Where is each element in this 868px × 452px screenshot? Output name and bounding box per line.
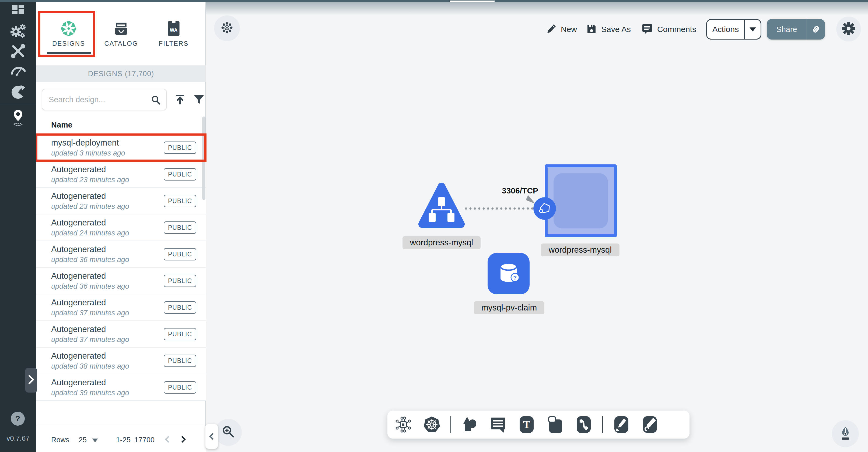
design-list-item[interactable]: mysql-deployment updated 3 minutes ago P…: [36, 134, 206, 161]
caret-down-icon: [749, 27, 756, 31]
design-visibility-badge: PUBLIC: [164, 221, 196, 234]
actions-label: Actions: [707, 25, 744, 34]
sidebar-item-lifecycle[interactable]: [0, 23, 36, 39]
design-list-item[interactable]: Autogenerated updated 39 minutes ago PUB…: [36, 374, 206, 401]
wasm-filter-icon: WA: [152, 20, 195, 37]
pen-nib-icon: [838, 426, 852, 442]
node-service-boundary[interactable]: [545, 164, 617, 237]
design-list-item[interactable]: Autogenerated updated 24 minutes ago PUB…: [36, 215, 206, 241]
kubernetes-icon[interactable]: [422, 415, 442, 434]
sidebar-item-configuration[interactable]: [0, 43, 36, 59]
comment-tool-icon[interactable]: [488, 415, 508, 434]
node-service[interactable]: [533, 197, 556, 220]
design-list-item[interactable]: Autogenerated updated 23 minutes ago PUB…: [36, 161, 206, 188]
sidebar-item-performance[interactable]: [0, 62, 36, 76]
canvas-settings-button[interactable]: [836, 17, 861, 41]
sidebar-expand-button[interactable]: [25, 368, 37, 392]
list-scrollbar-thumb[interactable]: [202, 117, 206, 200]
actions-dropdown-button[interactable]: [745, 27, 761, 31]
gear-icon: [842, 22, 856, 37]
design-list-item[interactable]: Autogenerated updated 23 minutes ago PUB…: [36, 188, 206, 215]
node-persistent-volume-claim[interactable]: ?: [488, 253, 530, 294]
tab-filters-label: FILTERS: [152, 40, 195, 47]
next-page-button[interactable]: [179, 436, 186, 443]
upload-design-icon[interactable]: [174, 94, 186, 107]
copy-link-button[interactable]: [807, 24, 825, 35]
filter-funnel-icon[interactable]: [193, 94, 205, 107]
new-design-label: New: [561, 25, 577, 34]
save-as-button[interactable]: Save As: [586, 18, 631, 41]
tab-filters[interactable]: WA FILTERS: [152, 20, 195, 47]
design-visibility-badge: PUBLIC: [164, 275, 196, 287]
tab-designs-label: DESIGNS: [47, 40, 90, 47]
save-icon: [586, 23, 597, 35]
dashboard-icon: [11, 4, 25, 17]
panel-collapse-button[interactable]: [206, 424, 218, 449]
canvas-top-shade: [206, 2, 868, 15]
actions-split-button[interactable]: Actions: [706, 19, 762, 39]
design-visibility-badge: PUBLIC: [164, 248, 196, 260]
design-list-item[interactable]: Autogenerated updated 37 minutes ago PUB…: [36, 294, 206, 321]
pagination-range: 1-25 17700: [116, 436, 155, 444]
sidebar-item-extensions[interactable]: [0, 84, 36, 101]
tab-designs[interactable]: DESIGNS: [47, 20, 90, 47]
svg-text:T: T: [523, 418, 530, 430]
sidebar-item-kanvas[interactable]: [0, 109, 36, 127]
sidebar-item-dashboard[interactable]: [0, 4, 36, 17]
dock-divider: [451, 416, 451, 433]
service-node-label: wordpress-mysql: [541, 244, 620, 256]
dot-cluster-button[interactable]: [214, 15, 240, 41]
pagination-range-value: 1-25: [116, 436, 131, 444]
share-split-button[interactable]: Share: [767, 19, 825, 39]
shape-card-icon[interactable]: [545, 415, 565, 434]
pvc-node-label: mysql-pv-claim: [474, 301, 545, 314]
design-visibility-badge: PUBLIC: [164, 195, 196, 207]
rows-per-page-caret-icon[interactable]: [92, 439, 98, 442]
link-icon: [811, 24, 822, 35]
column-header-name: Name: [51, 121, 72, 129]
chevron-right-icon: [28, 374, 35, 386]
top-drawer-handle[interactable]: [450, 1, 495, 2]
comments-button[interactable]: Comments: [642, 18, 696, 41]
left-sidebar: ? v0.7.67: [0, 0, 36, 452]
tab-catalog[interactable]: CATALOG: [100, 20, 143, 47]
design-list-item[interactable]: Autogenerated updated 38 minutes ago PUB…: [36, 348, 206, 374]
design-list-item[interactable]: Autogenerated updated 36 minutes ago PUB…: [36, 268, 206, 294]
comment-bubble-icon: [642, 23, 653, 35]
search-icon[interactable]: [151, 95, 161, 106]
version-label: v0.7.67: [0, 434, 36, 443]
design-canvas[interactable]: New Save As Comments Actions Share 3306/…: [206, 2, 868, 452]
gears-icon: [9, 23, 27, 39]
zoom-in-icon: [221, 425, 235, 440]
design-list-item[interactable]: Autogenerated updated 36 minutes ago PUB…: [36, 241, 206, 268]
edge-port-label: 3306/TCP: [502, 186, 538, 195]
components-circuit-icon[interactable]: [393, 415, 413, 434]
meshery-kanvas-app: { "app": { "version": "v0.7.67" }, "side…: [0, 0, 868, 452]
deployment-triangle-icon: [418, 182, 465, 228]
shapes-icon[interactable]: [460, 415, 479, 434]
zoom-in-button[interactable]: [215, 419, 242, 446]
help-button[interactable]: ?: [11, 412, 25, 426]
search-input[interactable]: [49, 89, 151, 110]
service-edge[interactable]: [465, 207, 533, 209]
text-tool-icon[interactable]: T: [517, 415, 536, 434]
svg-text:?: ?: [514, 275, 517, 281]
link-tool-icon[interactable]: [574, 415, 594, 434]
rows-per-page-value[interactable]: 25: [79, 436, 87, 444]
designs-panel: DESIGNS CATALOG WA FILTERS DESIGNS (17,7…: [36, 2, 206, 452]
sidebar-divider: [0, 104, 36, 104]
node-deployment[interactable]: [418, 182, 465, 228]
design-list-item[interactable]: Autogenerated updated 37 minutes ago PUB…: [36, 321, 206, 348]
service-pentagon-icon: [537, 201, 552, 216]
freehand-draw-icon[interactable]: [640, 415, 660, 434]
new-design-button[interactable]: New: [546, 18, 577, 41]
previous-page-button[interactable]: [165, 436, 172, 443]
share-label: Share: [767, 25, 807, 34]
design-pen-button[interactable]: [832, 420, 859, 447]
pen-tool-icon[interactable]: [612, 415, 631, 434]
design-visibility-badge: PUBLIC: [164, 355, 196, 367]
pencil-icon: [546, 23, 557, 35]
chevron-left-icon: [209, 433, 216, 440]
meshery-logo-icon: [47, 20, 90, 37]
design-list: mysql-deployment updated 3 minutes ago P…: [36, 134, 206, 401]
